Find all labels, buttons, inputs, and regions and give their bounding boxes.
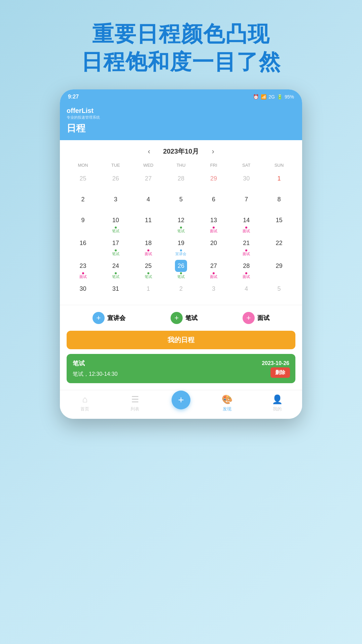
day-9[interactable]: 9 (67, 213, 99, 235)
day-30-prev[interactable]: 30 (230, 171, 263, 191)
day-20[interactable]: 20 (197, 236, 230, 258)
add-icon-written: + (171, 312, 183, 324)
nav-add-button[interactable]: + (172, 391, 190, 409)
day-18[interactable]: 18 面试 (132, 236, 165, 258)
battery-icon: 🔋 (277, 94, 283, 99)
day-31[interactable]: 31 (99, 281, 132, 301)
day-25[interactable]: 25 笔试 (132, 258, 165, 281)
day-24[interactable]: 24 笔试 (99, 258, 132, 281)
status-bar: 9:27 ⏰ 📶 2G 🔋 95% (60, 89, 302, 104)
day-29-prev[interactable]: 29 (197, 171, 230, 191)
day-2-next[interactable]: 2 (165, 281, 197, 301)
day-26-prev[interactable]: 26 (99, 171, 132, 191)
weekday-tue: TUE (99, 161, 132, 169)
status-time: 9:27 (68, 94, 79, 100)
day-25-prev[interactable]: 25 (67, 171, 99, 191)
add-icon-main: + (178, 394, 184, 406)
signal-icon: 2G (268, 94, 275, 99)
day-27-prev[interactable]: 27 (132, 171, 165, 191)
day-1-next[interactable]: 1 (132, 281, 165, 301)
day-8[interactable]: 8 (263, 192, 295, 212)
prev-month-button[interactable]: ‹ (145, 147, 153, 156)
weekday-mon: MON (67, 161, 99, 169)
promo-header: 重要日程颜色凸现 日程饱和度一目了然 (81, 20, 281, 76)
add-interview-button[interactable]: + 面试 (243, 312, 269, 324)
day-10[interactable]: 10 笔试 (99, 213, 132, 235)
nav-home[interactable]: ⌂ 首页 (71, 394, 98, 412)
calendar-nav: ‹ 2023年10月 › (67, 147, 295, 156)
schedule-type: 笔试 (73, 359, 85, 367)
day-22[interactable]: 22 (263, 236, 295, 258)
next-month-button[interactable]: › (209, 147, 217, 156)
nav-discover[interactable]: 🎨 发现 (214, 394, 241, 412)
nav-list[interactable]: ☰ 列表 (121, 394, 148, 412)
day-3-next[interactable]: 3 (197, 281, 230, 301)
day-28[interactable]: 28 面试 (230, 258, 263, 281)
bottom-nav: ⌂ 首页 ☰ 列表 + 🎨 发现 👤 我的 (60, 390, 302, 419)
day-2[interactable]: 2 (67, 192, 99, 212)
promo-line1: 重要日程颜色凸现 (81, 20, 281, 48)
weekday-headers: MON TUE WED THU FRI SAT SUN (67, 161, 295, 169)
day-27[interactable]: 27 面试 (197, 258, 230, 281)
day-26[interactable]: 26 笔试 (165, 258, 197, 281)
app-brand: offerList (67, 107, 295, 115)
day-12[interactable]: 12 笔试 (165, 213, 197, 235)
status-icons: ⏰ 📶 2G 🔋 95% (253, 94, 294, 99)
add-announcement-button[interactable]: + 宣讲会 (93, 312, 125, 324)
calendar: ‹ 2023年10月 › MON TUE WED THU FRI SAT SUN… (60, 140, 302, 305)
schedule-detail: 笔试，12:30-14:30 (73, 371, 289, 378)
weekday-wed: WED (132, 161, 165, 169)
page-title: 日程 (67, 122, 295, 135)
delete-button[interactable]: 删除 (270, 367, 290, 378)
day-29[interactable]: 29 (263, 258, 295, 281)
day-16[interactable]: 16 (67, 236, 99, 258)
day-4-next[interactable]: 4 (230, 281, 263, 301)
discover-icon: 🎨 (222, 394, 232, 405)
add-icon-announcement: + (93, 312, 105, 324)
weekday-thu: THU (165, 161, 197, 169)
calendar-days: 25 26 27 28 29 30 1 2 3 4 5 6 7 8 9 10 (67, 171, 295, 301)
day-14[interactable]: 14 面试 (230, 213, 263, 235)
weekday-fri: FRI (197, 161, 230, 169)
announcement-label: 宣讲会 (107, 314, 125, 322)
schedule-header-text: 我的日程 (168, 336, 194, 344)
calendar-grid: MON TUE WED THU FRI SAT SUN 25 26 27 28 … (67, 161, 295, 301)
schedule-card-header: 笔试 2023-10-26 (73, 359, 289, 367)
day-7[interactable]: 7 (230, 192, 263, 212)
day-30[interactable]: 30 (67, 281, 99, 301)
calendar-month-title: 2023年10月 (163, 147, 199, 156)
list-icon: ☰ (131, 394, 139, 405)
alarm-icon: ⏰ (253, 94, 259, 99)
day-15[interactable]: 15 (263, 213, 295, 235)
day-5[interactable]: 5 (165, 192, 197, 212)
app-subtitle: 专业的投递管理系统 (67, 115, 295, 120)
schedule-section: 我的日程 笔试 2023-10-26 笔试，12:30-14:30 删除 (60, 331, 302, 390)
schedule-card: 笔试 2023-10-26 笔试，12:30-14:30 删除 (67, 354, 295, 383)
nav-list-label: 列表 (131, 406, 139, 412)
battery-percent: 95% (285, 94, 294, 99)
add-written-test-button[interactable]: + 笔试 (171, 312, 197, 324)
day-28-prev[interactable]: 28 (165, 171, 197, 191)
day-23[interactable]: 23 面试 (67, 258, 99, 281)
home-icon: ⌂ (82, 394, 88, 405)
nav-home-label: 首页 (80, 406, 89, 412)
day-1-sun[interactable]: 1 (263, 171, 295, 191)
profile-icon: 👤 (272, 394, 283, 405)
weekday-sun: SUN (263, 161, 295, 169)
day-17[interactable]: 17 笔试 (99, 236, 132, 258)
day-19[interactable]: 19 宣讲会 (165, 236, 197, 258)
action-buttons: + 宣讲会 + 笔试 + 面试 (60, 305, 302, 331)
schedule-date: 2023-10-26 (262, 360, 289, 366)
day-6[interactable]: 6 (197, 192, 230, 212)
add-icon-interview: + (243, 312, 255, 324)
day-3[interactable]: 3 (99, 192, 132, 212)
written-test-label: 笔试 (185, 314, 197, 322)
phone-frame: 9:27 ⏰ 📶 2G 🔋 95% offerList 专业的投递管理系统 日程… (60, 89, 302, 419)
day-5-next[interactable]: 5 (263, 281, 295, 301)
day-4[interactable]: 4 (132, 192, 165, 212)
day-21[interactable]: 21 面试 (230, 236, 263, 258)
day-11[interactable]: 11 (132, 213, 165, 235)
nav-profile[interactable]: 👤 我的 (264, 394, 291, 412)
wifi-icon: 📶 (261, 94, 266, 99)
day-13[interactable]: 13 面试 (197, 213, 230, 235)
